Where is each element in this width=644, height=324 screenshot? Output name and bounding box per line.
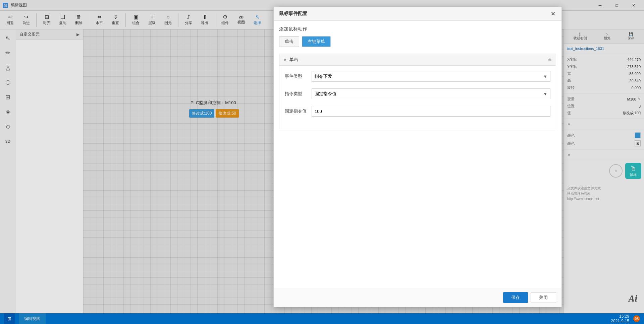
form-row-fixed-value: 固定指令值 [285,106,550,117]
section-close-icon[interactable]: ⊗ [548,57,552,62]
mouse-event-dialog: 鼠标事件配置 ✕ 添加鼠标动作 单击 右键菜单 ∨ 单击 ⊗ [273,7,562,307]
form-row-event-type: 事件类型 指令下发 ▼ [285,71,550,82]
dialog-body: 添加鼠标动作 单击 右键菜单 ∨ 单击 ⊗ 事件类型 [274,21,561,288]
action-tab-right[interactable]: 右键菜单 [302,36,331,47]
fixed-value-input[interactable] [312,106,550,117]
action-tab-single[interactable]: 单击 [279,36,299,47]
add-action-title: 添加鼠标动作 [279,26,556,32]
action-tab-right-label: 右键菜单 [308,39,325,44]
form-label-command-type: 指令类型 [285,91,312,97]
event-type-select[interactable]: 指令下发 ▼ [312,71,550,82]
dialog-title: 鼠标事件配置 [279,11,307,17]
dialog-cancel-button[interactable]: 关闭 [531,292,556,303]
dialog-footer: 保存 关闭 [274,288,561,307]
event-type-value: 指令下发 [315,73,332,79]
command-type-arrow-icon: ▼ [543,91,547,96]
form-label-fixed-value: 固定指令值 [285,108,312,114]
action-tab-single-label: 单击 [285,39,293,44]
dialog-overlay: 鼠标事件配置 ✕ 添加鼠标动作 单击 右键菜单 ∨ 单击 ⊗ [0,0,644,324]
single-click-section-body: 事件类型 指令下发 ▼ 指令类型 固定指令值 ▼ 固定指令值 [279,66,556,129]
form-row-command-type: 指令类型 固定指令值 ▼ [285,88,550,99]
dialog-header: 鼠标事件配置 ✕ [274,7,561,21]
dialog-close-button[interactable]: ✕ [549,10,556,17]
collapse-icon: ∨ [283,57,287,62]
command-type-select[interactable]: 固定指令值 ▼ [312,88,550,99]
single-click-section-header[interactable]: ∨ 单击 ⊗ [279,54,556,66]
command-type-value: 固定指令值 [315,91,336,97]
event-type-arrow-icon: ▼ [543,74,547,79]
dialog-save-button[interactable]: 保存 [503,292,528,303]
form-label-event-type: 事件类型 [285,73,312,79]
section-title: 单击 [289,57,545,63]
action-tabs: 单击 右键菜单 [279,36,556,47]
